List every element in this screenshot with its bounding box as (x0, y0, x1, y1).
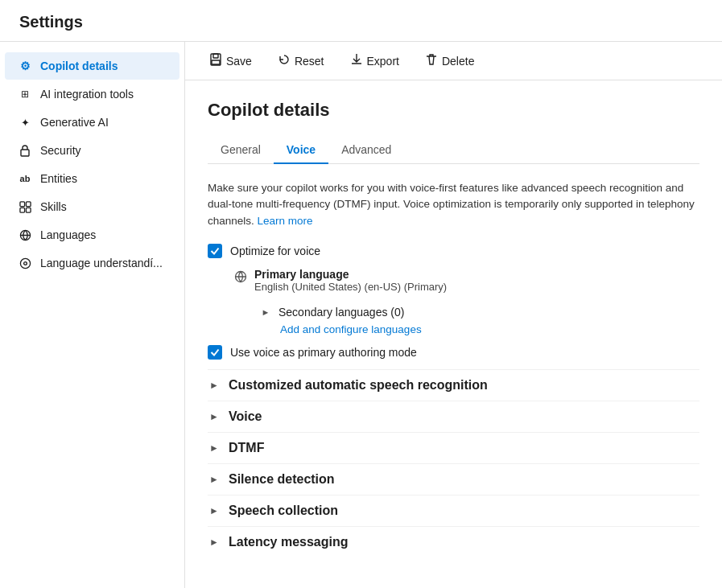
lang-content: Primary language English (United States)… (254, 268, 447, 293)
language-understanding-icon (18, 256, 32, 270)
app-header: Settings (0, 0, 722, 42)
tab-general[interactable]: General (208, 137, 274, 164)
sidebar-item-label: Skills (40, 200, 67, 213)
skills-icon (18, 199, 32, 214)
sidebar-item-label: Languages (40, 228, 96, 241)
sidebar-item-copilot-details[interactable]: ⚙ Copilot details (5, 52, 179, 80)
sidebar-item-label: Language understandí... (40, 257, 163, 269)
sidebar-item-language-understanding[interactable]: Language understandí... (5, 249, 179, 277)
export-button[interactable]: Export (345, 50, 404, 72)
main-layout: ⚙ Copilot details ⊞ AI integration tools… (0, 42, 722, 588)
svg-rect-2 (26, 201, 31, 206)
save-icon (209, 53, 222, 68)
section-voice[interactable]: ► Voice (208, 401, 699, 432)
sidebar-item-generative-ai[interactable]: ✦ Generative AI (5, 109, 179, 136)
use-voice-checkbox[interactable] (208, 345, 222, 360)
language-icon (233, 269, 248, 284)
delete-label: Delete (442, 55, 474, 68)
tab-voice[interactable]: Voice (274, 137, 328, 164)
use-voice-label: Use voice as primary authoring mode (230, 346, 417, 359)
save-label: Save (226, 55, 252, 68)
section-latency-messaging[interactable]: ► Latency messaging (208, 526, 699, 557)
section-speech-collection-label: Speech collection (229, 504, 338, 518)
svg-point-6 (20, 258, 30, 268)
svg-rect-8 (211, 54, 221, 65)
primary-language-section: Primary language English (United States)… (233, 268, 699, 335)
secondary-languages-row[interactable]: ► Secondary languages (0) (259, 301, 699, 323)
chevron-right-icon: ► (259, 306, 272, 319)
optimize-voice-label: Optimize for voice (230, 245, 320, 257)
sidebar-item-security[interactable]: Security (5, 137, 179, 164)
tab-advanced[interactable]: Advanced (328, 137, 404, 164)
section-dtmf[interactable]: ► DTMF (208, 432, 699, 463)
sidebar-item-entities[interactable]: ab Entities (5, 165, 179, 192)
section-speech-collection[interactable]: ► Speech collection (208, 495, 699, 526)
lock-icon (18, 143, 32, 158)
section-silence-detection[interactable]: ► Silence detection (208, 463, 699, 495)
svg-point-7 (23, 261, 27, 265)
learn-more-link[interactable]: Learn more (258, 215, 313, 227)
main-content: Copilot details General Voice Advanced M… (185, 80, 722, 588)
svg-rect-4 (26, 208, 31, 212)
export-label: Export (367, 55, 399, 68)
section-silence-detection-label: Silence detection (229, 472, 335, 487)
save-button[interactable]: Save (204, 50, 257, 72)
sidebar-item-ai-integration-tools[interactable]: ⊞ AI integration tools (5, 80, 179, 108)
reset-button[interactable]: Reset (273, 50, 329, 72)
link-icon: ⊞ (18, 87, 32, 101)
section-custom-asr[interactable]: ► Customized automatic speech recognitio… (208, 369, 699, 401)
svg-rect-3 (19, 208, 24, 212)
sidebar-item-label: Entities (40, 172, 77, 185)
use-voice-row[interactable]: Use voice as primary authoring mode (208, 345, 699, 360)
primary-language-label: Primary language (254, 268, 447, 281)
gear-icon: ⚙ (18, 59, 32, 73)
primary-language-value: English (United States) (en-US) (Primary… (254, 281, 447, 293)
sidebar-item-label: Generative AI (40, 116, 109, 129)
section-latency-messaging-label: Latency messaging (229, 535, 349, 549)
chevron-right-icon: ► (208, 536, 221, 549)
section-voice-label: Voice (229, 409, 262, 424)
content-area: Save Reset Export (185, 42, 722, 588)
chevron-right-icon: ► (208, 504, 221, 517)
sidebar: ⚙ Copilot details ⊞ AI integration tools… (0, 42, 185, 588)
entities-icon: ab (18, 171, 32, 186)
svg-rect-10 (212, 60, 220, 64)
secondary-languages-label: Secondary languages (0) (278, 306, 404, 319)
languages-icon (18, 228, 32, 242)
sidebar-item-languages[interactable]: Languages (5, 221, 179, 249)
add-configure-link[interactable]: Add and configure languages (280, 323, 699, 335)
optimize-voice-row[interactable]: Optimize for voice (208, 244, 699, 258)
sidebar-item-label: AI integration tools (40, 88, 134, 101)
sidebar-item-skills[interactable]: Skills (5, 193, 179, 220)
chevron-right-icon: ► (208, 473, 221, 486)
voice-description: Make sure your copilot works for you wit… (208, 180, 699, 229)
chevron-right-icon: ► (208, 379, 221, 392)
delete-button[interactable]: Delete (420, 50, 479, 72)
page-title: Settings (19, 13, 703, 31)
svg-rect-1 (19, 201, 24, 206)
export-icon (350, 53, 363, 68)
reset-icon (278, 53, 291, 68)
svg-rect-9 (213, 54, 218, 58)
section-dtmf-label: DTMF (229, 441, 264, 455)
tabs-container: General Voice Advanced (208, 137, 699, 164)
svg-rect-0 (21, 150, 29, 156)
section-custom-asr-label: Customized automatic speech recognition (229, 378, 488, 393)
sidebar-item-label: Copilot details (40, 60, 118, 72)
chevron-right-icon: ► (208, 410, 221, 423)
toolbar: Save Reset Export (185, 42, 722, 80)
optimize-voice-checkbox[interactable] (208, 244, 222, 258)
primary-lang-row: Primary language English (United States)… (233, 268, 699, 293)
sidebar-item-label: Security (40, 144, 81, 157)
chevron-right-icon: ► (208, 442, 221, 454)
copilot-details-title: Copilot details (208, 100, 699, 121)
sparkle-icon: ✦ (18, 115, 32, 130)
delete-icon (425, 53, 438, 68)
reset-label: Reset (295, 55, 324, 68)
